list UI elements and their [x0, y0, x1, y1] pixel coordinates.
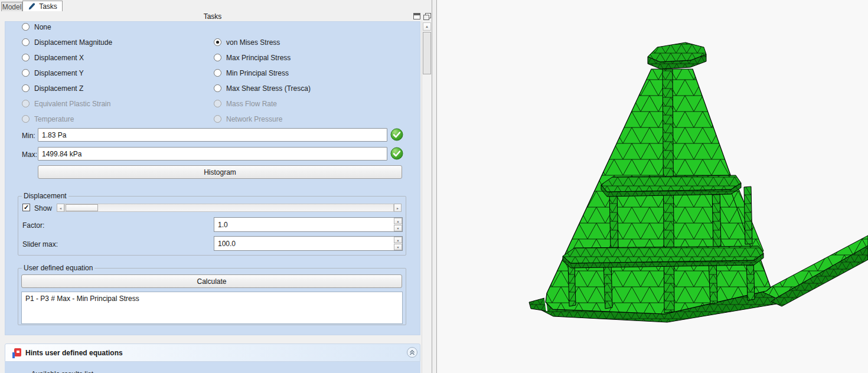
radio-max-shear-stress[interactable]: Max Shear Stress (Tresca) [214, 83, 311, 93]
radio-none[interactable]: None [22, 22, 51, 32]
tab-tasks[interactable]: Tasks [22, 1, 63, 11]
slider-max-spin-up-icon[interactable]: ▲ [394, 237, 402, 243]
min-label: Min: [22, 132, 35, 140]
viewport-3d[interactable] [437, 0, 868, 373]
model-lower-shelf [563, 246, 763, 263]
show-checkbox[interactable]: ✓ [22, 204, 30, 211]
factor-input[interactable] [214, 218, 394, 231]
radio-network-pressure: Network Pressure [214, 114, 282, 124]
radio-displacement-magnitude[interactable]: Displacement Magnitude [22, 37, 112, 47]
radio-label: Equivalent Plastic Strain [34, 100, 110, 108]
collapse-hints-icon[interactable] [407, 347, 417, 358]
radio-circle[interactable] [22, 69, 30, 77]
hints-section-header[interactable]: Hints user defined equations [5, 343, 420, 362]
calculate-button[interactable]: Calculate [21, 274, 402, 288]
radio-circle [214, 115, 221, 123]
radio-label: Displacement X [34, 54, 84, 62]
radio-displacement-x[interactable]: Displacement X [22, 53, 84, 63]
factor-spin-up-icon[interactable]: ▲ [394, 218, 402, 224]
radio-circle[interactable] [214, 69, 221, 77]
tab-model[interactable]: Model [1, 2, 22, 11]
equation-textarea[interactable]: P1 - P3 # Max - Min Principal Stress [21, 292, 403, 324]
slider-right-arrow[interactable]: ▸ [394, 204, 402, 212]
displacement-slider-track[interactable] [64, 204, 394, 212]
min-input[interactable] [38, 128, 387, 142]
radio-label: Mass Flow Rate [226, 100, 277, 108]
radio-label: Displacement Z [34, 84, 83, 93]
slider-max-label: Slider max: [22, 240, 58, 248]
radio-displacement-z[interactable]: Displacement Z [22, 83, 83, 93]
radio-mass-flow-rate: Mass Flow Rate [214, 99, 277, 109]
radio-temperature: Temperature [22, 114, 74, 124]
radio-min-principal-stress[interactable]: Min Principal Stress [214, 68, 289, 78]
model-upper-shelf [601, 175, 741, 192]
auto-hide-icon[interactable] [413, 13, 420, 19]
max-input[interactable] [38, 147, 387, 161]
radio-max-principal-stress[interactable]: Max Principal Stress [214, 53, 291, 63]
radio-label: Displacement Y [34, 69, 84, 77]
displacement-legend: Displacement [22, 192, 68, 200]
show-label: Show [34, 204, 52, 212]
slider-max-input[interactable] [214, 237, 394, 250]
radio-displacement-y[interactable]: Displacement Y [22, 68, 84, 78]
hints-title: Hints user defined equations [25, 349, 123, 357]
max-valid-check-icon [390, 147, 403, 160]
radio-circle[interactable] [22, 84, 30, 92]
radio-label: Temperature [34, 115, 74, 123]
model-rib [603, 261, 612, 309]
tab-model-label: Model [2, 3, 22, 11]
hints-body: Available results list [5, 362, 420, 373]
panel-title: Tasks [5, 12, 420, 21]
radio-circle [22, 100, 30, 107]
radio-circle [214, 100, 221, 107]
panel-scrollbar[interactable]: ▲ [422, 21, 432, 373]
radio-von-mises-stress[interactable]: von Mises Stress [214, 37, 280, 47]
slider-max-field: ▲ ▼ [214, 236, 403, 251]
scrollbar-thumb[interactable] [423, 32, 431, 74]
prepomax-logo-icon [12, 348, 21, 358]
radio-label: Network Pressure [226, 115, 282, 123]
hints-partial-item: Available results list [26, 370, 93, 373]
factor-field: ▲ ▼ [214, 217, 403, 232]
radio-circle[interactable] [22, 38, 30, 46]
model-rib [709, 260, 717, 304]
model-rib [609, 191, 618, 248]
radio-label: Displacement Magnitude [34, 38, 112, 47]
radio-circle[interactable] [22, 23, 30, 31]
panel-tab-bar: Model Tasks [0, 0, 437, 11]
radio-label: Max Principal Stress [226, 54, 291, 62]
radio-circle[interactable] [214, 84, 221, 92]
radio-circle[interactable] [214, 38, 221, 46]
histogram-button[interactable]: Histogram [38, 165, 402, 179]
displacement-slider-thumb[interactable] [66, 204, 98, 211]
radio-equivalent-plastic-strain: Equivalent Plastic Strain [22, 99, 110, 109]
application-window: Model Tasks Tasks None Displacement Magn… [0, 0, 868, 373]
model-base-sliver [529, 298, 547, 311]
panel-viewport-splitter[interactable] [432, 0, 437, 373]
radio-label: Min Principal Stress [226, 69, 289, 77]
model-arm-underside [771, 246, 868, 306]
max-label: Max: [22, 150, 37, 159]
radio-label: None [34, 23, 51, 31]
radio-label: Max Shear Stress (Tresca) [226, 84, 311, 93]
radio-circle [22, 115, 30, 123]
radio-circle[interactable] [22, 54, 30, 61]
fea-model-mesh [437, 0, 868, 373]
slider-max-spin-down-icon[interactable]: ▼ [394, 244, 402, 250]
model-rib [568, 263, 576, 306]
min-valid-check-icon [390, 128, 403, 141]
radio-circle[interactable] [214, 54, 221, 61]
tab-tasks-label: Tasks [39, 2, 57, 11]
radio-label: von Mises Stress [226, 38, 280, 47]
float-window-icon[interactable] [423, 13, 430, 19]
model-rib [712, 188, 721, 247]
scrollbar-up-arrow[interactable]: ▲ [423, 22, 431, 31]
equation-legend: User defined equation [22, 264, 94, 272]
histogram-button-label: Histogram [204, 168, 236, 176]
factor-spin-down-icon[interactable]: ▼ [394, 225, 402, 231]
model-rib [744, 186, 752, 244]
pen-icon [28, 2, 36, 11]
slider-left-arrow[interactable]: ◂ [57, 204, 64, 212]
factor-label: Factor: [22, 221, 44, 230]
calculate-button-label: Calculate [197, 277, 226, 286]
